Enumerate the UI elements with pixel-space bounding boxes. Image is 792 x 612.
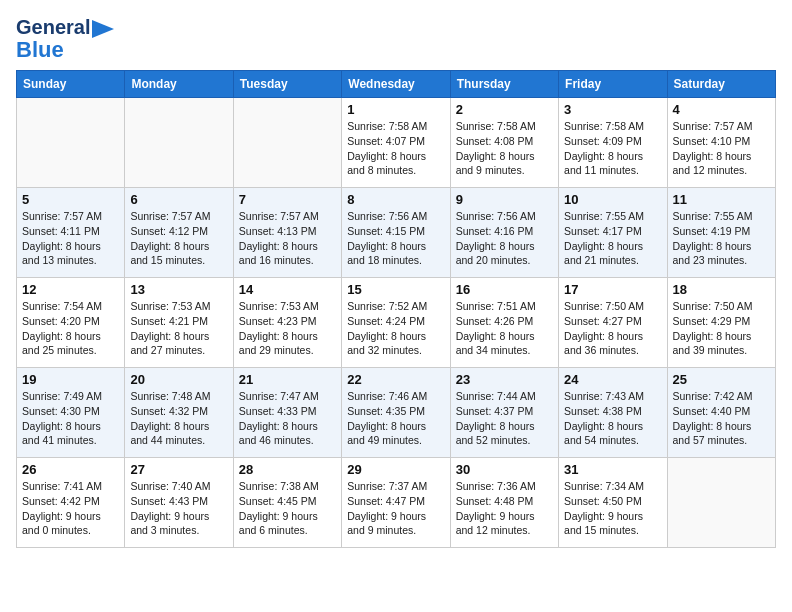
svg-marker-0 bbox=[92, 20, 114, 38]
calendar-week-row: 19Sunrise: 7:49 AMSunset: 4:30 PMDayligh… bbox=[17, 368, 776, 458]
day-info: Sunrise: 7:48 AMSunset: 4:32 PMDaylight:… bbox=[130, 389, 227, 448]
day-number: 27 bbox=[130, 462, 227, 477]
calendar-cell: 4Sunrise: 7:57 AMSunset: 4:10 PMDaylight… bbox=[667, 98, 775, 188]
calendar-cell: 27Sunrise: 7:40 AMSunset: 4:43 PMDayligh… bbox=[125, 458, 233, 548]
day-number: 2 bbox=[456, 102, 553, 117]
day-info: Sunrise: 7:38 AMSunset: 4:45 PMDaylight:… bbox=[239, 479, 336, 538]
calendar-cell: 22Sunrise: 7:46 AMSunset: 4:35 PMDayligh… bbox=[342, 368, 450, 458]
calendar-cell: 29Sunrise: 7:37 AMSunset: 4:47 PMDayligh… bbox=[342, 458, 450, 548]
calendar-cell: 25Sunrise: 7:42 AMSunset: 4:40 PMDayligh… bbox=[667, 368, 775, 458]
calendar-cell bbox=[233, 98, 341, 188]
column-header-sunday: Sunday bbox=[17, 71, 125, 98]
day-info: Sunrise: 7:40 AMSunset: 4:43 PMDaylight:… bbox=[130, 479, 227, 538]
calendar-cell bbox=[667, 458, 775, 548]
calendar-cell: 20Sunrise: 7:48 AMSunset: 4:32 PMDayligh… bbox=[125, 368, 233, 458]
day-info: Sunrise: 7:53 AMSunset: 4:21 PMDaylight:… bbox=[130, 299, 227, 358]
column-header-wednesday: Wednesday bbox=[342, 71, 450, 98]
day-info: Sunrise: 7:42 AMSunset: 4:40 PMDaylight:… bbox=[673, 389, 770, 448]
day-info: Sunrise: 7:58 AMSunset: 4:08 PMDaylight:… bbox=[456, 119, 553, 178]
calendar-cell: 31Sunrise: 7:34 AMSunset: 4:50 PMDayligh… bbox=[559, 458, 667, 548]
logo-icon bbox=[92, 20, 114, 38]
day-number: 19 bbox=[22, 372, 119, 387]
calendar-cell: 3Sunrise: 7:58 AMSunset: 4:09 PMDaylight… bbox=[559, 98, 667, 188]
day-info: Sunrise: 7:57 AMSunset: 4:13 PMDaylight:… bbox=[239, 209, 336, 268]
column-header-monday: Monday bbox=[125, 71, 233, 98]
day-number: 16 bbox=[456, 282, 553, 297]
calendar-cell: 7Sunrise: 7:57 AMSunset: 4:13 PMDaylight… bbox=[233, 188, 341, 278]
day-info: Sunrise: 7:56 AMSunset: 4:16 PMDaylight:… bbox=[456, 209, 553, 268]
day-info: Sunrise: 7:43 AMSunset: 4:38 PMDaylight:… bbox=[564, 389, 661, 448]
day-number: 17 bbox=[564, 282, 661, 297]
day-number: 3 bbox=[564, 102, 661, 117]
day-number: 13 bbox=[130, 282, 227, 297]
calendar-cell bbox=[17, 98, 125, 188]
column-header-friday: Friday bbox=[559, 71, 667, 98]
day-number: 9 bbox=[456, 192, 553, 207]
calendar-cell: 10Sunrise: 7:55 AMSunset: 4:17 PMDayligh… bbox=[559, 188, 667, 278]
day-info: Sunrise: 7:57 AMSunset: 4:10 PMDaylight:… bbox=[673, 119, 770, 178]
logo-blue-text: Blue bbox=[16, 37, 64, 62]
logo: General Blue bbox=[16, 16, 114, 62]
calendar-cell: 2Sunrise: 7:58 AMSunset: 4:08 PMDaylight… bbox=[450, 98, 558, 188]
day-number: 20 bbox=[130, 372, 227, 387]
day-number: 14 bbox=[239, 282, 336, 297]
calendar-cell: 5Sunrise: 7:57 AMSunset: 4:11 PMDaylight… bbox=[17, 188, 125, 278]
column-header-thursday: Thursday bbox=[450, 71, 558, 98]
calendar-cell: 24Sunrise: 7:43 AMSunset: 4:38 PMDayligh… bbox=[559, 368, 667, 458]
calendar-cell: 13Sunrise: 7:53 AMSunset: 4:21 PMDayligh… bbox=[125, 278, 233, 368]
day-info: Sunrise: 7:51 AMSunset: 4:26 PMDaylight:… bbox=[456, 299, 553, 358]
day-number: 30 bbox=[456, 462, 553, 477]
calendar-cell: 1Sunrise: 7:58 AMSunset: 4:07 PMDaylight… bbox=[342, 98, 450, 188]
day-info: Sunrise: 7:57 AMSunset: 4:12 PMDaylight:… bbox=[130, 209, 227, 268]
day-number: 11 bbox=[673, 192, 770, 207]
day-info: Sunrise: 7:58 AMSunset: 4:07 PMDaylight:… bbox=[347, 119, 444, 178]
day-number: 26 bbox=[22, 462, 119, 477]
column-header-tuesday: Tuesday bbox=[233, 71, 341, 98]
calendar-cell: 21Sunrise: 7:47 AMSunset: 4:33 PMDayligh… bbox=[233, 368, 341, 458]
logo-text: General bbox=[16, 16, 114, 38]
day-info: Sunrise: 7:49 AMSunset: 4:30 PMDaylight:… bbox=[22, 389, 119, 448]
calendar-cell: 9Sunrise: 7:56 AMSunset: 4:16 PMDaylight… bbox=[450, 188, 558, 278]
day-number: 31 bbox=[564, 462, 661, 477]
day-info: Sunrise: 7:46 AMSunset: 4:35 PMDaylight:… bbox=[347, 389, 444, 448]
calendar-header-row: SundayMondayTuesdayWednesdayThursdayFrid… bbox=[17, 71, 776, 98]
day-info: Sunrise: 7:44 AMSunset: 4:37 PMDaylight:… bbox=[456, 389, 553, 448]
day-number: 10 bbox=[564, 192, 661, 207]
day-number: 28 bbox=[239, 462, 336, 477]
day-number: 15 bbox=[347, 282, 444, 297]
day-number: 1 bbox=[347, 102, 444, 117]
calendar-cell: 16Sunrise: 7:51 AMSunset: 4:26 PMDayligh… bbox=[450, 278, 558, 368]
calendar-cell: 17Sunrise: 7:50 AMSunset: 4:27 PMDayligh… bbox=[559, 278, 667, 368]
day-info: Sunrise: 7:57 AMSunset: 4:11 PMDaylight:… bbox=[22, 209, 119, 268]
calendar-cell: 8Sunrise: 7:56 AMSunset: 4:15 PMDaylight… bbox=[342, 188, 450, 278]
calendar-cell: 12Sunrise: 7:54 AMSunset: 4:20 PMDayligh… bbox=[17, 278, 125, 368]
calendar-week-row: 12Sunrise: 7:54 AMSunset: 4:20 PMDayligh… bbox=[17, 278, 776, 368]
day-info: Sunrise: 7:50 AMSunset: 4:27 PMDaylight:… bbox=[564, 299, 661, 358]
day-info: Sunrise: 7:37 AMSunset: 4:47 PMDaylight:… bbox=[347, 479, 444, 538]
day-info: Sunrise: 7:41 AMSunset: 4:42 PMDaylight:… bbox=[22, 479, 119, 538]
day-number: 24 bbox=[564, 372, 661, 387]
calendar-cell: 14Sunrise: 7:53 AMSunset: 4:23 PMDayligh… bbox=[233, 278, 341, 368]
calendar-cell: 28Sunrise: 7:38 AMSunset: 4:45 PMDayligh… bbox=[233, 458, 341, 548]
day-info: Sunrise: 7:50 AMSunset: 4:29 PMDaylight:… bbox=[673, 299, 770, 358]
day-number: 8 bbox=[347, 192, 444, 207]
day-number: 25 bbox=[673, 372, 770, 387]
day-number: 12 bbox=[22, 282, 119, 297]
day-info: Sunrise: 7:55 AMSunset: 4:19 PMDaylight:… bbox=[673, 209, 770, 268]
day-number: 21 bbox=[239, 372, 336, 387]
column-header-saturday: Saturday bbox=[667, 71, 775, 98]
calendar-cell bbox=[125, 98, 233, 188]
calendar-week-row: 5Sunrise: 7:57 AMSunset: 4:11 PMDaylight… bbox=[17, 188, 776, 278]
day-number: 4 bbox=[673, 102, 770, 117]
day-info: Sunrise: 7:56 AMSunset: 4:15 PMDaylight:… bbox=[347, 209, 444, 268]
calendar-week-row: 1Sunrise: 7:58 AMSunset: 4:07 PMDaylight… bbox=[17, 98, 776, 188]
calendar-cell: 23Sunrise: 7:44 AMSunset: 4:37 PMDayligh… bbox=[450, 368, 558, 458]
calendar-cell: 6Sunrise: 7:57 AMSunset: 4:12 PMDaylight… bbox=[125, 188, 233, 278]
calendar-cell: 18Sunrise: 7:50 AMSunset: 4:29 PMDayligh… bbox=[667, 278, 775, 368]
day-number: 18 bbox=[673, 282, 770, 297]
calendar-cell: 11Sunrise: 7:55 AMSunset: 4:19 PMDayligh… bbox=[667, 188, 775, 278]
page-header: General Blue bbox=[16, 16, 776, 62]
calendar-cell: 26Sunrise: 7:41 AMSunset: 4:42 PMDayligh… bbox=[17, 458, 125, 548]
day-number: 6 bbox=[130, 192, 227, 207]
day-info: Sunrise: 7:34 AMSunset: 4:50 PMDaylight:… bbox=[564, 479, 661, 538]
